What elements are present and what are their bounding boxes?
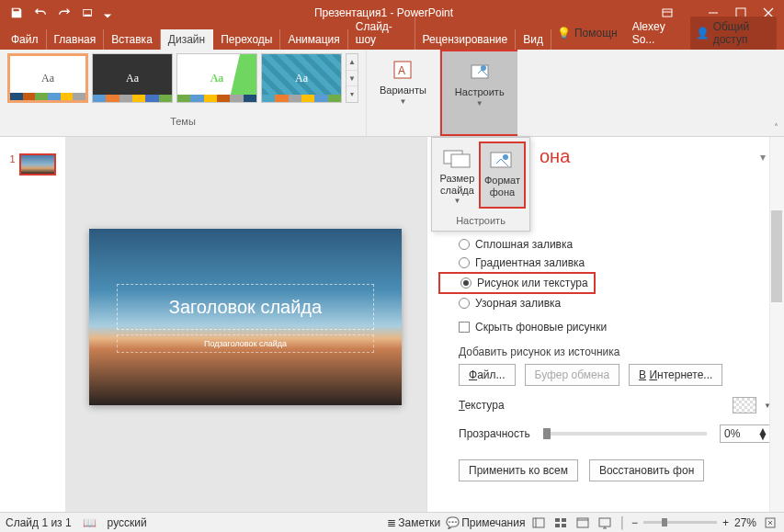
tab-insert[interactable]: Вставка (104, 29, 161, 50)
slide-subtitle-placeholder[interactable]: Подзаголовок слайда (117, 334, 374, 353)
customize-icon (467, 59, 493, 85)
slide-thumbnail[interactable] (19, 153, 56, 175)
svg-rect-14 (555, 518, 560, 522)
chevron-down-icon: ▼ (399, 97, 406, 106)
ribbon-tabs: Файл Главная Вставка Дизайн Переходы Ани… (0, 26, 784, 50)
tab-home[interactable]: Главная (47, 29, 105, 50)
status-bar: Слайд 1 из 1 📖 русский ≣ Заметки 💬 Приме… (0, 512, 784, 532)
svg-rect-10 (451, 154, 470, 167)
undo-icon[interactable] (29, 2, 51, 24)
radio-solid-fill[interactable]: Сплошная заливка (438, 235, 780, 254)
notes-button[interactable]: ≣ Заметки (387, 516, 440, 529)
variants-button[interactable]: A Варианты ▼ (374, 53, 432, 109)
variants-icon: A (390, 57, 415, 83)
slide-size-icon (440, 145, 473, 171)
start-from-beginning-icon[interactable] (77, 2, 99, 24)
share-button[interactable]: 👤Общий доступ (690, 17, 777, 50)
tab-file[interactable]: Файл (4, 29, 47, 50)
transparency-spinner[interactable]: 0%▲▼ (720, 424, 771, 443)
themes-scroll-down[interactable]: ▼ (347, 71, 358, 87)
tab-design[interactable]: Дизайн (161, 29, 213, 50)
format-background-icon (485, 147, 518, 173)
radio-pattern-fill[interactable]: Узорная заливка (438, 294, 780, 312)
apply-all-button[interactable]: Применить ко всем (459, 459, 578, 481)
comments-button[interactable]: 💬 Примечания (446, 516, 525, 529)
slide-size-button[interactable]: Размер слайда ▼ (436, 141, 479, 209)
workspace: 1 Заголовок слайда Подзаголовок слайда о… (0, 137, 784, 512)
lightbulb-icon: 💡 (557, 27, 571, 40)
chevron-down-icon: ▼ (454, 197, 461, 205)
customize-button[interactable]: Настроить ▼ (449, 55, 510, 111)
svg-rect-19 (599, 518, 610, 526)
theme-thumbnail[interactable]: Aa (92, 53, 173, 103)
svg-rect-17 (562, 524, 566, 527)
person-icon: 👤 (696, 27, 710, 40)
redo-icon[interactable] (53, 2, 75, 24)
slide[interactable]: Заголовок слайда Подзаголовок слайда (89, 229, 402, 405)
svg-rect-11 (491, 153, 511, 167)
sorter-view-icon[interactable] (552, 515, 569, 531)
texture-picker[interactable] (733, 397, 756, 413)
slide-thumbnail-panel: 1 (0, 137, 66, 512)
customize-group: Настроить ▼ (440, 50, 517, 136)
insert-from-label: Добавить рисунок из источника (438, 336, 780, 364)
customize-dropdown: Размер слайда ▼ Формат фона Настроить (431, 137, 530, 232)
themes-scroll-up[interactable]: ▲ (347, 54, 358, 71)
qat-dropdown-icon[interactable] (101, 2, 114, 24)
normal-view-icon[interactable] (530, 515, 547, 531)
pane-scrollbar[interactable] (769, 137, 784, 512)
svg-point-12 (503, 154, 508, 160)
help-button[interactable]: 💡Помощн (551, 23, 623, 43)
svg-rect-16 (555, 524, 560, 527)
svg-rect-2 (663, 9, 672, 17)
transparency-slider[interactable] (543, 432, 707, 436)
reset-bg-button[interactable]: Восстановить фон (589, 459, 704, 481)
language-indicator[interactable]: русский (108, 516, 147, 529)
theme-thumbnail[interactable]: Aa (7, 53, 88, 103)
theme-thumbnail[interactable]: Aa (176, 53, 257, 103)
ribbon: Aa Aa Aa Aa ▲ ▼ ▾ Темы A Варианты ▼ Наст… (0, 50, 784, 137)
chevron-down-icon: ▼ (476, 99, 483, 108)
slide-title-placeholder[interactable]: Заголовок слайда (117, 284, 374, 330)
themes-group-label: Темы (170, 116, 196, 127)
themes-more-icon[interactable]: ▾ (347, 86, 358, 102)
slide-canvas-area[interactable]: Заголовок слайда Подзаголовок слайда (66, 137, 426, 512)
file-button[interactable]: Файл... (459, 364, 516, 386)
save-icon[interactable] (6, 2, 28, 24)
transparency-label: Прозрачность (459, 427, 530, 440)
radio-picture-fill[interactable]: Рисунок или текстура (438, 272, 596, 294)
pane-menu-icon[interactable]: ▾ (760, 151, 766, 164)
svg-rect-13 (533, 518, 544, 527)
tab-slideshow[interactable]: Слайд-шоу (348, 17, 415, 50)
reading-view-icon[interactable] (574, 515, 591, 531)
slideshow-view-icon[interactable] (597, 515, 613, 531)
texture-label: Текстура (459, 399, 505, 412)
radio-gradient-fill[interactable]: Градиентная заливка (438, 254, 780, 272)
tab-transitions[interactable]: Переходы (213, 29, 280, 50)
variants-group: A Варианты ▼ (367, 50, 440, 136)
svg-rect-1 (85, 15, 91, 17)
theme-thumbnail[interactable]: Aa (261, 53, 342, 103)
format-background-button[interactable]: Формат фона (479, 141, 526, 209)
zoom-out-button[interactable]: − (631, 516, 638, 529)
zoom-slider[interactable] (643, 521, 717, 524)
svg-rect-15 (562, 518, 566, 522)
fit-to-window-icon[interactable] (762, 515, 778, 531)
themes-group: Aa Aa Aa Aa ▲ ▼ ▾ Темы (0, 50, 367, 136)
svg-text:A: A (398, 64, 405, 77)
collapse-ribbon-icon[interactable]: ˄ (774, 122, 778, 132)
pane-title: она (540, 146, 760, 167)
thumbnail-number: 1 (9, 153, 15, 164)
tab-animation[interactable]: Анимация (280, 29, 347, 50)
user-account[interactable]: Alexey So... (627, 17, 687, 50)
dropdown-group-label: Настроить (432, 212, 529, 231)
zoom-level[interactable]: 27% (734, 516, 756, 529)
quick-access-toolbar (2, 2, 114, 24)
tab-view[interactable]: Вид (516, 29, 551, 50)
online-button[interactable]: В Интернете... (629, 364, 722, 386)
zoom-in-button[interactable]: + (722, 516, 729, 529)
tab-review[interactable]: Рецензирование (415, 29, 517, 50)
checkbox-hide-bg[interactable]: Скрыть фоновые рисунки (438, 318, 780, 336)
slide-indicator[interactable]: Слайд 1 из 1 (6, 516, 72, 529)
spell-check-icon[interactable]: 📖 (83, 516, 97, 529)
